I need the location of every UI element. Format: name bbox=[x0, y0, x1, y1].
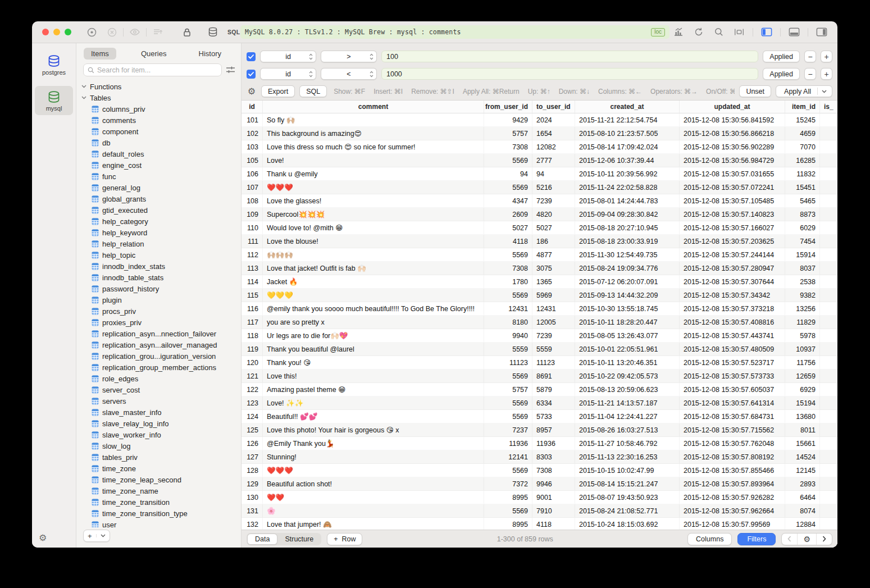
add-row-button[interactable]: + Row bbox=[327, 533, 362, 545]
cell-updated_at[interactable]: 2015-12-08 15:30:57.166027 bbox=[680, 221, 785, 234]
sidebar-table-item[interactable]: servers bbox=[81, 395, 241, 407]
cell-updated_at[interactable]: 2015-12-08 15:30:57.203625 bbox=[680, 235, 785, 248]
sidebar-table-item[interactable]: slave_relay_log_info bbox=[81, 418, 241, 429]
cell-is_[interactable] bbox=[820, 329, 837, 342]
cell-from_user_id[interactable]: 5569 bbox=[484, 181, 532, 194]
cell-to_user_id[interactable]: 7239 bbox=[532, 194, 575, 207]
cell-to_user_id[interactable]: 12005 bbox=[532, 316, 575, 329]
sidebar-table-item[interactable]: time_zone bbox=[81, 463, 241, 474]
database-icon[interactable] bbox=[207, 26, 218, 38]
cell-item_id[interactable]: 8873 bbox=[785, 208, 820, 221]
tree-group-tables[interactable]: Tables bbox=[81, 92, 241, 103]
sidebar-table-item[interactable]: user bbox=[81, 519, 241, 527]
cell-comment[interactable]: 🙌🏼🙌🏼🙌🏼 bbox=[263, 248, 484, 261]
cell-created_at[interactable]: 2015-09-04 09:28:30.842 bbox=[575, 208, 680, 221]
cell-to_user_id[interactable]: 7308 bbox=[532, 464, 575, 477]
cell-created_at[interactable]: 2015-08-14 17:09:42.024 bbox=[575, 140, 680, 153]
cell-updated_at[interactable]: 2015-12-08 15:30:57.893964 bbox=[680, 477, 785, 490]
sidebar-table-item[interactable]: help_topic bbox=[81, 249, 241, 261]
cell-created_at[interactable]: 2015-10-15 10:02:47.99 bbox=[575, 464, 680, 477]
cell-is_[interactable] bbox=[820, 154, 837, 167]
cell-updated_at[interactable]: 2015-12-08 15:30:57.762048 bbox=[680, 437, 785, 450]
sidebar-table-item[interactable]: proxies_priv bbox=[81, 317, 241, 328]
table-row[interactable]: 126@Emily Thank you💃11936119362015-11-27… bbox=[242, 437, 837, 450]
zoom-window-button[interactable] bbox=[65, 29, 71, 35]
cell-updated_at[interactable]: 2015-12-08 15:30:57.573733 bbox=[680, 370, 785, 382]
cell-comment[interactable]: ❤️❤️❤️ bbox=[263, 464, 484, 477]
cell-created_at[interactable]: 2015-08-07 19:43:50.923 bbox=[575, 491, 680, 504]
cell-id[interactable]: 126 bbox=[242, 437, 263, 450]
table-row[interactable]: 109Supercool💥💥💥260948202015-09-04 09:28:… bbox=[242, 208, 837, 221]
table-row[interactable]: 111Love the blouse!41181862015-08-18 23:… bbox=[242, 235, 837, 248]
cell-to_user_id[interactable]: 9001 bbox=[532, 491, 575, 504]
cell-to_user_id[interactable]: 186 bbox=[532, 235, 575, 248]
lock-icon[interactable] bbox=[181, 26, 193, 38]
cell-updated_at[interactable]: 2015-12-08 15:30:57.140823 bbox=[680, 208, 785, 221]
table-row[interactable]: 131🌸556979102015-08-24 21:08:52.7712015-… bbox=[242, 504, 837, 518]
cell-id[interactable]: 107 bbox=[242, 181, 263, 194]
cell-is_[interactable] bbox=[820, 343, 837, 355]
table-row[interactable]: 119Thank you beautiful @laurel5559555920… bbox=[242, 343, 837, 356]
column-header-is_[interactable]: is_ bbox=[820, 101, 837, 113]
cell-from_user_id[interactable]: 5559 bbox=[484, 343, 532, 355]
prev-page-button[interactable] bbox=[782, 534, 797, 545]
cell-comment[interactable]: Beautiful action shot! bbox=[263, 477, 484, 490]
cell-id[interactable]: 115 bbox=[242, 289, 263, 302]
cell-from_user_id[interactable]: 7372 bbox=[484, 477, 532, 490]
cell-item_id[interactable]: 5465 bbox=[785, 194, 820, 207]
sidebar-table-item[interactable]: procs_priv bbox=[81, 306, 241, 317]
cell-is_[interactable] bbox=[820, 370, 837, 382]
column-header-to_user_id[interactable]: to_user_id bbox=[532, 101, 575, 113]
cell-id[interactable]: 109 bbox=[242, 208, 263, 221]
cell-comment[interactable]: ❤️❤️ bbox=[263, 491, 484, 504]
cell-comment[interactable]: Love that jumper! 🙈 bbox=[263, 518, 484, 530]
cell-id[interactable]: 117 bbox=[242, 316, 263, 329]
cell-item_id[interactable]: 8074 bbox=[785, 504, 820, 517]
toggle-right-panel-icon[interactable] bbox=[816, 26, 827, 38]
table-row[interactable]: 112🙌🏼🙌🏼🙌🏼556948772015-11-30 12:54:49.735… bbox=[242, 248, 837, 262]
cell-comment[interactable]: @Emily Thank you💃 bbox=[263, 437, 484, 450]
cell-updated_at[interactable]: 2015-12-08 15:30:57.962664 bbox=[680, 504, 785, 517]
column-header-from_user_id[interactable]: from_user_id bbox=[484, 101, 532, 113]
cell-is_[interactable] bbox=[820, 491, 837, 504]
cell-updated_at[interactable]: 2015-12-08 15:30:56.866218 bbox=[680, 127, 785, 140]
cell-is_[interactable] bbox=[820, 181, 837, 194]
cell-from_user_id[interactable]: 94 bbox=[484, 167, 532, 180]
filter-column-select[interactable]: id bbox=[260, 68, 316, 80]
cell-item_id[interactable]: 8011 bbox=[785, 423, 820, 436]
cell-item_id[interactable]: 11829 bbox=[785, 316, 820, 329]
table-row[interactable]: 124Beautiful!! 💕💕556957332015-11-04 12:2… bbox=[242, 410, 837, 423]
sidebar-table-item[interactable]: replication_asyn...nnection_failover bbox=[81, 328, 241, 339]
cell-comment[interactable]: Love! bbox=[263, 154, 484, 167]
cell-created_at[interactable]: 2015-11-24 22:02:58.828 bbox=[575, 181, 680, 194]
cell-created_at[interactable]: 2015-09-13 14:44:32.209 bbox=[575, 289, 680, 302]
cell-item_id[interactable]: 9382 bbox=[785, 289, 820, 302]
cell-updated_at[interactable]: 2015-12-08 15:30:57.523717 bbox=[680, 356, 785, 369]
toggle-bottom-panel-icon[interactable] bbox=[789, 26, 800, 38]
sidebar-table-item[interactable]: default_roles bbox=[81, 148, 241, 159]
cell-comment[interactable]: Love the glasses! bbox=[263, 194, 484, 207]
cell-to_user_id[interactable]: 3075 bbox=[532, 262, 575, 275]
cell-id[interactable]: 127 bbox=[242, 450, 263, 463]
cell-id[interactable]: 131 bbox=[242, 504, 263, 517]
cell-item_id[interactable]: 15194 bbox=[785, 396, 820, 409]
cell-item_id[interactable]: 16285 bbox=[785, 154, 820, 167]
preview-eye-icon[interactable] bbox=[129, 26, 140, 38]
cell-from_user_id[interactable]: 11936 bbox=[484, 437, 532, 450]
filter-sliders-icon[interactable] bbox=[226, 66, 235, 74]
cell-id[interactable]: 130 bbox=[242, 491, 263, 504]
table-row[interactable]: 116@emily thank you soooo much beautiful… bbox=[242, 302, 837, 316]
chevron-down-icon[interactable] bbox=[96, 534, 110, 537]
cell-comment[interactable]: Thank u @emily bbox=[263, 167, 484, 180]
log-list-icon[interactable] bbox=[152, 26, 163, 38]
cell-from_user_id[interactable]: 5569 bbox=[484, 410, 532, 423]
cell-updated_at[interactable]: 2015-12-08 15:30:57.926282 bbox=[680, 491, 785, 504]
cell-from_user_id[interactable]: 5569 bbox=[484, 370, 532, 382]
table-row[interactable]: 132Love that jumper! 🙈899541182015-10-24… bbox=[242, 518, 837, 530]
cell-item_id[interactable]: 13680 bbox=[785, 410, 820, 423]
cell-is_[interactable] bbox=[820, 518, 837, 530]
cell-comment[interactable]: Beautiful!! 💕💕 bbox=[263, 410, 484, 423]
filter-column-select[interactable]: id bbox=[260, 51, 316, 62]
cell-id[interactable]: 118 bbox=[242, 329, 263, 342]
sidebar-table-item[interactable]: time_zone_name bbox=[81, 485, 241, 496]
